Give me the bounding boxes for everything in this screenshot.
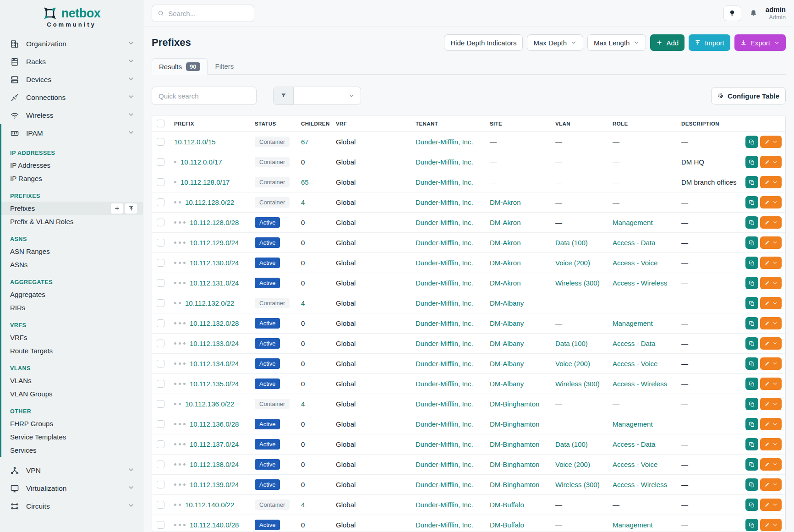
sidebar-item-ip-ranges[interactable]: IP Ranges bbox=[1, 172, 143, 185]
children-count-link[interactable]: 67 bbox=[301, 138, 309, 146]
select-all-checkbox[interactable] bbox=[157, 120, 164, 127]
row-checkbox[interactable] bbox=[157, 239, 164, 247]
edit-button[interactable] bbox=[760, 257, 782, 269]
edit-button[interactable] bbox=[760, 156, 782, 168]
theme-toggle-button[interactable] bbox=[723, 5, 741, 21]
site-link[interactable]: DM-Binghamton bbox=[490, 461, 539, 468]
tenant-link[interactable]: Dunder-Mifflin, Inc. bbox=[416, 461, 473, 468]
sidebar-item-asns[interactable]: ASNs bbox=[1, 258, 143, 271]
sidebar-item-aggregates[interactable]: Aggregates bbox=[1, 288, 143, 301]
row-checkbox[interactable] bbox=[157, 481, 164, 488]
copy-button[interactable] bbox=[745, 297, 758, 309]
add-prefix-button[interactable] bbox=[110, 203, 123, 214]
edit-button[interactable] bbox=[760, 478, 782, 491]
copy-button[interactable] bbox=[745, 438, 758, 450]
site-link[interactable]: DM-Buffalo bbox=[490, 521, 524, 529]
edit-button[interactable] bbox=[760, 216, 782, 229]
import-button[interactable]: Import bbox=[689, 34, 730, 51]
tenant-link[interactable]: Dunder-Mifflin, Inc. bbox=[416, 340, 473, 347]
vlan-link[interactable]: Wireless (300) bbox=[555, 380, 600, 388]
sidebar-item-ip-addresses[interactable]: IP Addresses bbox=[1, 159, 143, 172]
tenant-link[interactable]: Dunder-Mifflin, Inc. bbox=[416, 521, 473, 529]
sidebar-item-rirs[interactable]: RIRs bbox=[1, 301, 143, 314]
sidebar-item-prefix-vlan-roles[interactable]: Prefix & VLAN Roles bbox=[1, 215, 143, 228]
site-link[interactable]: DM-Albany bbox=[490, 380, 524, 388]
edit-button[interactable] bbox=[760, 236, 782, 249]
prefix-link[interactable]: 10.112.129.0/24 bbox=[190, 239, 239, 247]
prefix-link[interactable]: 10.112.132.0/28 bbox=[190, 319, 239, 327]
prefix-link[interactable]: 10.112.134.0/24 bbox=[190, 360, 239, 367]
sidebar-item-prefixes[interactable]: Prefixes bbox=[1, 202, 143, 215]
row-checkbox[interactable] bbox=[157, 340, 164, 347]
row-checkbox[interactable] bbox=[157, 299, 164, 307]
tab-filters[interactable]: Filters bbox=[208, 58, 242, 74]
edit-button[interactable] bbox=[760, 357, 782, 370]
sidebar-item-vpn[interactable]: VPN bbox=[0, 461, 143, 479]
prefix-link[interactable]: 10.112.135.0/24 bbox=[190, 380, 239, 388]
row-checkbox[interactable] bbox=[157, 178, 164, 186]
edit-button[interactable] bbox=[760, 337, 782, 350]
column-header-site[interactable]: SITE bbox=[490, 121, 555, 126]
role-link[interactable]: Management bbox=[613, 420, 653, 428]
vlan-link[interactable]: Data (100) bbox=[555, 239, 588, 247]
role-link[interactable]: Access - Data bbox=[613, 239, 655, 247]
prefix-link[interactable]: 10.112.128.0/28 bbox=[190, 219, 239, 226]
prefix-link[interactable]: 10.112.128.0/22 bbox=[185, 198, 234, 206]
configure-table-button[interactable]: Configure Table bbox=[711, 87, 786, 104]
edit-button[interactable] bbox=[760, 418, 782, 430]
tab-results[interactable]: Results 90 bbox=[152, 58, 208, 75]
brand-logo[interactable]: netbox Community bbox=[0, 0, 143, 35]
row-checkbox[interactable] bbox=[157, 259, 164, 267]
column-header-vlan[interactable]: VLAN bbox=[555, 121, 613, 126]
prefix-link[interactable]: 10.112.136.0/28 bbox=[190, 420, 239, 428]
role-link[interactable]: Access - Voice bbox=[613, 259, 657, 267]
children-count-link[interactable]: 4 bbox=[301, 400, 305, 408]
max-length-dropdown[interactable]: Max Length bbox=[587, 34, 646, 51]
tenant-link[interactable]: Dunder-Mifflin, Inc. bbox=[416, 138, 473, 146]
site-link[interactable]: DM-Binghamton bbox=[490, 481, 539, 488]
tenant-link[interactable]: Dunder-Mifflin, Inc. bbox=[416, 158, 473, 166]
tenant-link[interactable]: Dunder-Mifflin, Inc. bbox=[416, 259, 473, 267]
row-checkbox[interactable] bbox=[157, 360, 164, 367]
prefix-link[interactable]: 10.112.137.0/24 bbox=[190, 440, 239, 448]
children-count-link[interactable]: 4 bbox=[301, 299, 305, 307]
sidebar-item-connections[interactable]: Connections bbox=[0, 88, 143, 106]
tenant-link[interactable]: Dunder-Mifflin, Inc. bbox=[416, 198, 473, 206]
role-link[interactable]: Access - Voice bbox=[613, 461, 657, 468]
column-header-tenant[interactable]: TENANT bbox=[416, 121, 490, 126]
role-link[interactable]: Access - Data bbox=[613, 440, 655, 448]
row-checkbox[interactable] bbox=[157, 420, 164, 428]
global-search[interactable] bbox=[152, 5, 254, 22]
role-link[interactable]: Access - Wireless bbox=[613, 380, 667, 388]
prefix-link[interactable]: 10.112.139.0/24 bbox=[190, 481, 239, 488]
vlan-link[interactable]: Voice (200) bbox=[555, 461, 590, 468]
edit-button[interactable] bbox=[760, 398, 782, 410]
site-link[interactable]: DM-Binghamton bbox=[490, 440, 539, 448]
row-checkbox[interactable] bbox=[157, 279, 164, 287]
site-link[interactable]: DM-Akron bbox=[490, 198, 521, 206]
tenant-link[interactable]: Dunder-Mifflin, Inc. bbox=[416, 239, 473, 247]
site-link[interactable]: DM-Akron bbox=[490, 239, 521, 247]
edit-button[interactable] bbox=[760, 499, 782, 511]
site-link[interactable]: DM-Albany bbox=[490, 299, 524, 307]
sidebar-item-devices[interactable]: Devices bbox=[0, 71, 143, 88]
sidebar-item-fhrp-groups[interactable]: FHRP Groups bbox=[1, 417, 143, 430]
copy-button[interactable] bbox=[745, 236, 758, 249]
tenant-link[interactable]: Dunder-Mifflin, Inc. bbox=[416, 299, 473, 307]
site-link[interactable]: DM-Binghamton bbox=[490, 420, 539, 428]
column-header-vrf[interactable]: VRF bbox=[336, 121, 416, 126]
max-depth-dropdown[interactable]: Max Depth bbox=[527, 34, 583, 51]
saved-filter-select[interactable] bbox=[273, 87, 361, 105]
copy-button[interactable] bbox=[745, 176, 758, 188]
copy-button[interactable] bbox=[745, 398, 758, 410]
role-link[interactable]: Access - Wireless bbox=[613, 481, 667, 488]
column-header-status[interactable]: STATUS bbox=[255, 121, 301, 126]
prefix-link[interactable]: 10.112.128.0/17 bbox=[181, 178, 230, 186]
quick-search[interactable] bbox=[152, 87, 257, 105]
global-search-input[interactable] bbox=[168, 10, 248, 17]
prefix-link[interactable]: 10.112.131.0/24 bbox=[190, 279, 239, 287]
copy-button[interactable] bbox=[745, 277, 758, 289]
copy-button[interactable] bbox=[745, 196, 758, 208]
prefix-link[interactable]: 10.112.130.0/24 bbox=[190, 259, 239, 267]
sidebar-item-service-templates[interactable]: Service Templates bbox=[1, 430, 143, 444]
